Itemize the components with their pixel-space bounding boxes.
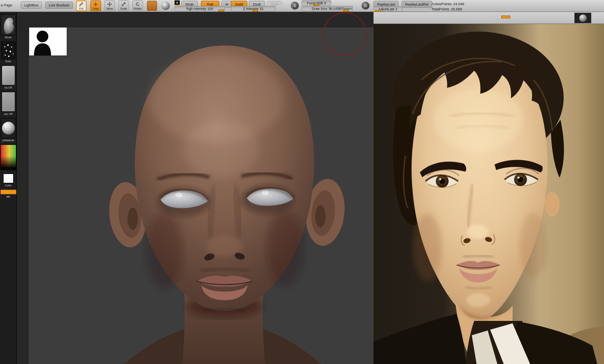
dynamic-toggle[interactable]: Dynamic [342,7,352,10]
tool-blob-icon [1,15,16,36]
pencil-icon [79,2,83,7]
material-thumbnail[interactable] [1,118,16,138]
rotate-button[interactable]: Rotate [132,0,143,11]
portrait-right-ear [544,192,560,217]
divider-handle[interactable] [501,16,510,18]
edit-button[interactable]: Edit [76,0,87,11]
head-silhouette-icon [29,28,67,55]
brush-cursor-ring [323,12,367,56]
home-page-button[interactable]: e Page [1,3,12,7]
lightbox-button[interactable]: LightBox [21,2,42,9]
alpha-off-thumbnail[interactable] [2,65,15,85]
focal-shift-slider[interactable]: Focal Shift 0 [302,0,331,6]
tray-item-label: Color [5,184,12,187]
adjust-last-slider[interactable]: AdjustLast 1 [374,6,402,12]
tray-item-label: Move [5,36,12,39]
document-head-thumbnail[interactable] [29,27,67,56]
total-points-readout: TotalPoints: 25,589 [431,7,462,11]
tray-item-label: ate [6,195,10,198]
active-brush-slot[interactable] [147,1,157,11]
reference-portrait-image [374,24,604,364]
current-tool-thumbnail[interactable] [1,14,16,35]
color-picker[interactable] [0,144,16,170]
replay-last-rel-button[interactable]: ReplayLastRel [401,1,432,8]
reference-panel [374,12,604,364]
tray-item-label: Dots [5,60,11,63]
active-points-readout: ActivePoints: 24,049 [431,2,464,6]
dots-icon [2,42,16,59]
slider-handle[interactable] [219,10,224,12]
tray-orange-button[interactable] [0,190,16,194]
stroke-dots-thumbnail[interactable] [1,42,16,59]
live-boolean-button[interactable]: Live Boolean [45,2,73,9]
move-arrows-icon [107,2,112,7]
top-shelf: e Page LightBox Live Boolean Edit Draw M… [0,0,604,12]
mini-material-box[interactable] [574,13,591,23]
rotate-arc-icon [135,2,140,7]
material-sphere-icon[interactable] [161,2,170,10]
texture-off-thumbnail[interactable] [2,92,15,112]
scale-button[interactable]: Scale [118,0,129,11]
z-intensity-slider[interactable]: Z Intensity 51 [231,6,276,11]
rgb-intensity-slider[interactable]: Rgb Intensity 100 [175,6,225,11]
sculpt-canvas[interactable] [17,12,374,364]
right-tray-strip [374,12,604,24]
switch-color-swatch[interactable] [3,174,14,183]
draw-button[interactable]: Draw [90,0,101,11]
mini-sphere-icon [579,14,587,22]
slider-handle[interactable] [375,10,381,12]
matcap-sphere-icon [2,122,15,135]
crosshair-icon [93,2,98,7]
tray-item-label: ha Off [4,86,12,89]
sculpt-head-model[interactable] [29,27,374,364]
slider-handle[interactable] [252,10,258,12]
stroke-icon[interactable]: S [291,2,299,10]
scale-arrows-icon [121,2,126,7]
tray-item-label: pMaterial [2,139,14,142]
move-button[interactable]: Move [104,0,115,11]
left-tool-tray: Move Dots ha Off ure Off pMaterial Color… [0,12,17,364]
a-swatch[interactable]: A [175,0,180,6]
depth-icon[interactable]: D [362,2,370,10]
tray-item-label: ure Off [4,113,12,115]
